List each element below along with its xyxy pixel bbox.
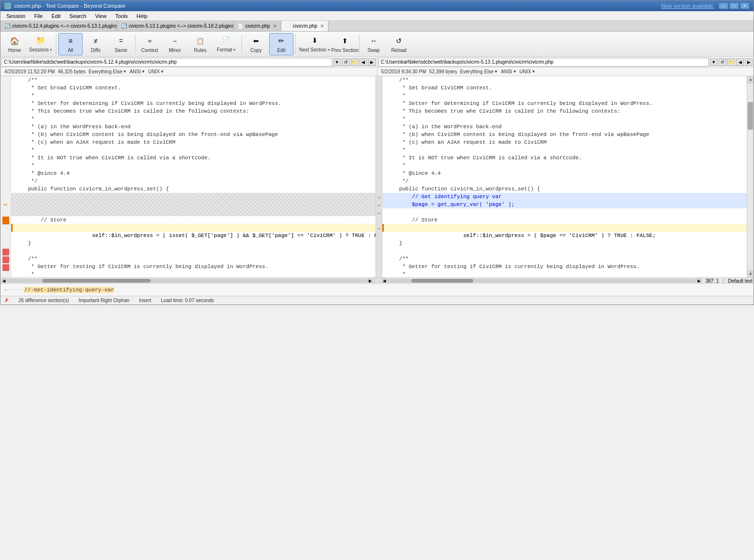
menu-edit[interactable]: Edit	[48, 13, 65, 19]
left-path-browse[interactable]: ▼	[333, 58, 341, 66]
same-button[interactable]: = Same	[109, 33, 133, 55]
title-bar: civicrm.php - Text Compare - Beyond Comp…	[0, 0, 754, 11]
right-path-browse[interactable]: ▼	[710, 58, 718, 66]
cursor-position: 387: 1	[705, 278, 719, 284]
left-path-row: ▼ ↺ 📁 ◀ ▶	[0, 57, 377, 67]
right-lineending-dropdown[interactable]: UNIX ▼	[519, 69, 535, 74]
minor-icon: ~	[169, 35, 181, 47]
file-info-row: 4/25/2019 11:52:20 PM 46,325 bytes Every…	[0, 68, 754, 76]
all-button[interactable]: ≡ All	[58, 33, 83, 55]
table-row	[382, 232, 747, 239]
menu-view[interactable]: View	[91, 13, 111, 19]
left-encoding-dropdown[interactable]: ANSI ▼	[130, 69, 145, 74]
rules-label: Rules	[194, 48, 206, 53]
table-row: * (b) when CiviCRM content is being disp…	[11, 131, 376, 138]
sep-2	[135, 34, 136, 54]
right-timestamp: 5/2/2019 9:34:30 PM	[381, 69, 427, 74]
position-sep: |	[723, 278, 724, 284]
right-scroll-left-button[interactable]: ◀	[382, 278, 387, 283]
preview-dots: ····	[10, 287, 24, 293]
left-path-folder[interactable]: 📁	[351, 58, 359, 66]
right-path-folder[interactable]: 📁	[727, 58, 735, 66]
right-scroll-right-button[interactable]: ▶	[697, 278, 702, 283]
table-row: *	[11, 162, 376, 170]
left-pane: /** * Set broad CiviCRM context. * * Set…	[11, 76, 376, 277]
left-scroll-track[interactable]	[6, 279, 368, 283]
scroll-down-button[interactable]: ▼	[747, 271, 754, 277]
scroll-up-button[interactable]: ▲	[747, 76, 754, 83]
status-bar: ✗ 26 difference section(s) Important Rig…	[0, 296, 754, 305]
swap-button[interactable]: ↔ Swap	[361, 33, 386, 55]
menu-help[interactable]: Help	[133, 13, 152, 19]
change-arrow-1: ⇐	[0, 193, 11, 216]
table-row: * @since 4.4	[382, 170, 747, 177]
left-path-refresh[interactable]: ↺	[342, 58, 350, 66]
menu-search[interactable]: Search	[66, 13, 90, 19]
home-button[interactable]: 🏠 Home	[2, 33, 27, 55]
sep-5	[359, 34, 360, 54]
tab-2[interactable]: 🔄 civicrm-5.13.1.plugins <--> civicrm-5.…	[117, 21, 234, 31]
sessions-button[interactable]: 📁 Sessions ▼	[28, 33, 54, 55]
tab-4[interactable]: 📄 civicrm.php ✕	[281, 21, 329, 32]
left-filesize: 46,325 bytes	[58, 69, 86, 74]
next-section-button[interactable]: ⬇ Next Section ▼	[298, 33, 332, 55]
tab-3[interactable]: 📄 civicrm.php ✕	[234, 21, 281, 31]
panes-wrapper: /** * Set broad CiviCRM context. * * Set…	[11, 76, 747, 277]
edit-button[interactable]: ✏ Edit	[269, 33, 293, 55]
left-path-prev[interactable]: ◀	[360, 58, 367, 66]
prev-section-button[interactable]: ⬆ Prev Section	[333, 33, 357, 55]
right-encoding-dropdown[interactable]: ANSI ▼	[501, 69, 516, 74]
tab-1[interactable]: 🔄 civicrm-5.12.4.plugins <--> civicrm-5.…	[0, 21, 117, 31]
diffs-button[interactable]: ≠ Diffs	[84, 33, 108, 55]
table-row: self::$in_wordpress = ( $page == 'CiviCR…	[382, 224, 747, 232]
minor-label: Minor	[169, 48, 181, 53]
context-button[interactable]: ≈ Context	[137, 33, 162, 55]
right-path-input[interactable]	[378, 58, 709, 67]
left-path-input[interactable]	[1, 58, 332, 67]
left-code-section: /** * Set broad CiviCRM context. * * Set…	[11, 76, 376, 277]
right-filetype-dropdown[interactable]: Everything Else ▼	[460, 69, 498, 74]
close-button[interactable]: ✕	[740, 2, 750, 9]
tab-4-label: civicrm.php	[293, 23, 318, 29]
tab-3-close[interactable]: ✕	[273, 23, 277, 29]
left-path-next[interactable]: ▶	[368, 58, 376, 66]
right-path-next[interactable]: ▶	[745, 58, 753, 66]
menu-session[interactable]: Session	[2, 13, 29, 19]
reload-button[interactable]: ↺ Reload	[387, 33, 411, 55]
left-change-bar: ⇐	[0, 76, 11, 277]
right-path-prev[interactable]: ◀	[736, 58, 744, 66]
maximize-button[interactable]: □	[729, 2, 739, 9]
minimize-button[interactable]: ─	[719, 2, 728, 9]
copy-button[interactable]: ⬅ Copy	[244, 33, 268, 55]
scroll-left-button[interactable]: ◀	[1, 278, 6, 283]
right-scrollbar[interactable]: ▲ ▼	[747, 76, 754, 277]
diff-arrow-1: ⇒	[377, 194, 381, 202]
right-file-info: 5/2/2019 9:34:30 PM 52,399 bytes Everyth…	[377, 68, 754, 76]
left-lineending-dropdown[interactable]: UNIX ▼	[148, 69, 164, 74]
table-row: *	[382, 115, 747, 123]
right-path-refresh[interactable]: ↺	[719, 58, 726, 66]
left-lineending-arrow: ▼	[160, 69, 164, 74]
table-row: * This becomes true whe CiviCRM is calle…	[11, 107, 376, 115]
window-title: civicrm.php - Text Compare - Beyond Comp…	[14, 3, 125, 9]
left-scroll-thumb[interactable]	[42, 279, 151, 283]
right-scroll-thumb[interactable]	[411, 279, 474, 283]
menu-tools[interactable]: Tools	[111, 13, 132, 19]
left-scroll-area[interactable]: /** * Set broad CiviCRM context. * * Set…	[11, 76, 376, 277]
scroll-track[interactable]	[747, 83, 754, 271]
status-icon: ✗	[4, 297, 9, 304]
right-scroll-track[interactable]	[387, 279, 697, 283]
scroll-right-button[interactable]: ▶	[368, 278, 373, 283]
edit-label: Edit	[277, 48, 285, 53]
new-version-link[interactable]: New version available.	[661, 3, 715, 9]
table-row	[11, 208, 376, 216]
tab-4-close[interactable]: ✕	[320, 23, 324, 29]
table-row: * (b) when CiviCRM content is being disp…	[382, 131, 747, 138]
scroll-thumb[interactable]	[748, 102, 753, 130]
right-scroll-area[interactable]: /** * Set broad CiviCRM context. * * Set…	[382, 76, 747, 277]
left-filetype-dropdown[interactable]: Everything Else ▼	[88, 69, 126, 74]
menu-file[interactable]: File	[30, 13, 47, 19]
rules-button[interactable]: 📋 Rules	[188, 33, 212, 55]
minor-button[interactable]: ~ Minor	[163, 33, 187, 55]
format-button[interactable]: 📄 Format ▼	[213, 33, 240, 55]
